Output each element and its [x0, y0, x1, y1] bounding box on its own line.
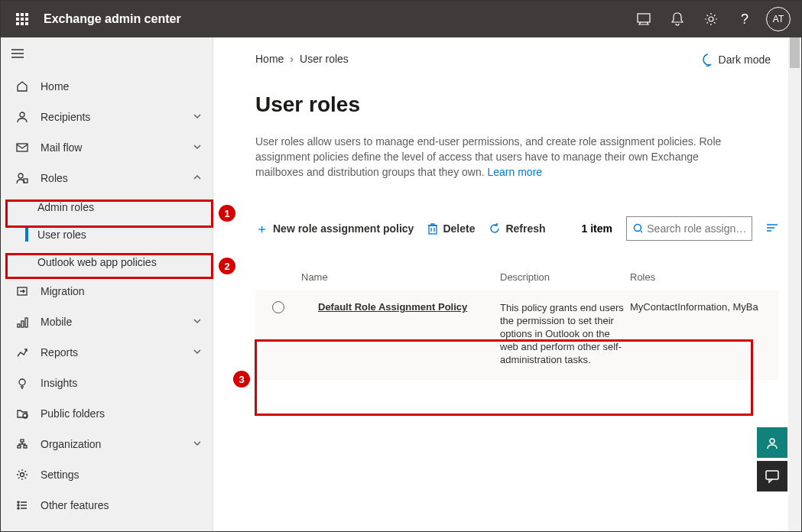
app-launcher-icon[interactable] — [7, 4, 37, 34]
dark-mode-label: Dark mode — [719, 54, 771, 66]
refresh-icon — [489, 222, 501, 235]
migration-icon — [15, 284, 30, 299]
active-indicator — [25, 228, 28, 242]
svg-point-14 — [20, 112, 24, 117]
sidebar-label: Mail flow — [41, 141, 82, 154]
sidebar-item-migration[interactable]: Migration — [1, 276, 213, 307]
sidebar-sub-label: User roles — [37, 229, 86, 241]
roles-icon — [15, 170, 30, 186]
notifications-icon[interactable] — [661, 2, 694, 36]
search-box[interactable] — [626, 216, 752, 241]
sidebar-label: Recipients — [41, 111, 90, 123]
sidebar-item-insights[interactable]: Insights — [1, 368, 213, 398]
reports-icon — [15, 345, 30, 360]
chevron-down-icon — [193, 346, 202, 358]
top-bar: Exchange admin center ? AT — [1, 1, 801, 37]
filter-icon[interactable] — [766, 222, 778, 235]
breadcrumb-home[interactable]: Home — [255, 53, 284, 65]
sidebar-item-settings[interactable]: Settings — [1, 459, 213, 490]
sidebar-item-publicfolders[interactable]: Public folders — [1, 398, 213, 429]
svg-rect-3 — [16, 18, 19, 21]
sidebar-item-recipients[interactable]: Recipients — [1, 102, 213, 132]
chevron-down-icon — [193, 141, 202, 154]
svg-rect-15 — [17, 144, 28, 151]
feedback-fab[interactable] — [757, 461, 787, 491]
person-icon — [15, 109, 30, 125]
help-icon[interactable]: ? — [728, 2, 761, 36]
svg-rect-34 — [429, 225, 437, 234]
hamburger-icon[interactable] — [11, 47, 24, 61]
trash-icon — [427, 222, 438, 235]
sidebar-item-other[interactable]: Other features — [1, 490, 213, 521]
intro-text: User roles allow users to manage end-use… — [255, 134, 729, 180]
sidebar-item-reports[interactable]: Reports — [1, 337, 213, 368]
annotation-badge-1: 1 — [219, 205, 235, 222]
delete-button[interactable]: Delete — [427, 222, 475, 235]
settings-gear-icon[interactable] — [694, 2, 728, 36]
sidebar-label: Settings — [41, 469, 80, 481]
search-input[interactable] — [647, 222, 745, 235]
col-name[interactable]: Name — [301, 271, 500, 283]
sidebar-item-roles[interactable]: Roles — [1, 163, 213, 193]
sidebar-item-home[interactable]: Home — [1, 71, 213, 102]
chevron-down-icon — [193, 316, 202, 328]
svg-rect-20 — [21, 321, 24, 327]
sidebar-sub-admin-roles[interactable]: Admin roles — [1, 193, 213, 221]
plus-icon: ＋ — [255, 220, 268, 238]
delete-label: Delete — [443, 222, 475, 235]
new-policy-button[interactable]: ＋ New role assignment policy — [255, 220, 414, 238]
svg-point-30 — [18, 504, 19, 506]
chevron-right-icon: › — [290, 53, 294, 65]
app-title: Exchange admin center — [44, 12, 181, 26]
svg-point-16 — [18, 174, 23, 178]
support-fab[interactable] — [757, 427, 787, 458]
list-icon — [15, 498, 30, 513]
sidebar-label: Reports — [41, 346, 78, 358]
dark-mode-toggle[interactable]: Dark mode — [699, 53, 771, 66]
sidebar-item-mobile[interactable]: Mobile — [1, 307, 213, 337]
svg-rect-4 — [21, 18, 24, 21]
table-row[interactable]: Default Role Assignment Policy This poli… — [255, 290, 778, 380]
moon-icon — [699, 53, 713, 66]
sidebar-item-organization[interactable]: Organization — [1, 429, 213, 459]
user-avatar[interactable]: AT — [766, 7, 791, 31]
learn-more-link[interactable]: Learn more — [488, 166, 543, 178]
chat-icon — [765, 469, 780, 483]
svg-rect-0 — [16, 13, 19, 16]
svg-point-22 — [19, 379, 25, 385]
new-policy-label: New role assignment policy — [273, 222, 414, 235]
row-select-radio[interactable] — [272, 301, 284, 313]
sidebar-label: Mobile — [41, 316, 72, 328]
sidebar-item-mailflow[interactable]: Mail flow — [1, 132, 213, 163]
svg-rect-19 — [18, 324, 20, 327]
svg-rect-6 — [16, 22, 19, 25]
folder-icon — [15, 406, 30, 421]
sidebar-label: Other features — [41, 499, 109, 511]
toolbar: ＋ New role assignment policy Delete Refr… — [255, 216, 778, 241]
scrollbar[interactable] — [788, 37, 801, 531]
svg-rect-2 — [25, 13, 28, 16]
avatar-initials: AT — [773, 14, 784, 24]
svg-rect-8 — [25, 22, 28, 25]
svg-point-10 — [709, 17, 713, 21]
col-roles[interactable]: Roles — [630, 271, 778, 283]
sidebar-sub-user-roles[interactable]: User roles — [1, 221, 213, 248]
sidebar-label: Organization — [41, 438, 101, 450]
org-icon — [15, 436, 30, 452]
item-count: 1 item — [582, 222, 612, 235]
annotation-badge-3: 3 — [233, 371, 250, 388]
sidebar: Home Recipients Mail flow Roles Admin ro… — [1, 37, 213, 531]
chevron-down-icon — [193, 111, 202, 123]
sidebar-sub-label: Outlook web app policies — [37, 256, 157, 268]
sidebar-label: Home — [41, 80, 69, 92]
refresh-button[interactable]: Refresh — [489, 222, 545, 235]
svg-rect-1 — [21, 13, 24, 16]
monitor-icon[interactable] — [627, 2, 661, 36]
chevron-up-icon — [193, 172, 202, 184]
sidebar-sub-owa-policies[interactable]: Outlook web app policies — [1, 248, 213, 276]
policy-description: This policy grants end users the permiss… — [500, 301, 630, 366]
svg-rect-9 — [638, 14, 650, 22]
sidebar-label: Insights — [41, 377, 77, 389]
col-description[interactable]: Description — [500, 271, 630, 283]
policy-name-link[interactable]: Default Role Assignment Policy — [318, 301, 467, 313]
